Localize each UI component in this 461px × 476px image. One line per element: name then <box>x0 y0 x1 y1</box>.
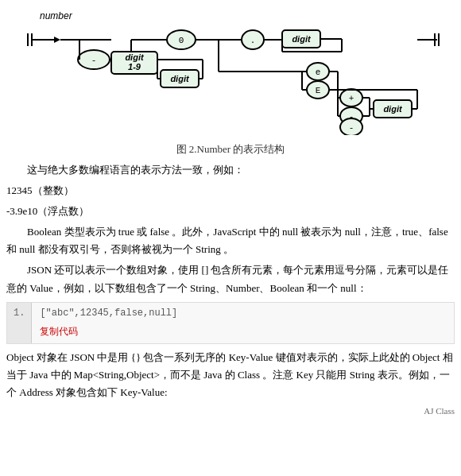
railroad-diagram: number - digit 1-9 0 digit <box>0 0 461 139</box>
text-line3: -3.9e10（浮点数） <box>6 205 89 217</box>
para-6: Object 对象在 JSON 中是用 {} 包含一系列无序的 Key-Valu… <box>6 349 455 401</box>
diagram-caption: 图 2.Number 的表示结构 <box>0 142 461 157</box>
svg-marker-1 <box>54 37 60 43</box>
svg-text:-: - <box>349 123 354 133</box>
copy-label: 复制代码 <box>40 326 78 337</box>
svg-text:1-9: 1-9 <box>128 62 141 72</box>
content-area: 这与绝大多数编程语言的表示方法一致，例如： 12345（整数） -3.9e10（… <box>0 161 461 297</box>
svg-text:-: - <box>91 56 97 65</box>
text-line1: 这与绝大多数编程语言的表示方法一致，例如： <box>27 164 244 176</box>
content-area-2: Object 对象在 JSON 中是用 {} 包含一系列无序的 Key-Valu… <box>0 349 461 401</box>
footer-label: AJ Class <box>424 406 455 416</box>
svg-text:E: E <box>316 86 321 95</box>
svg-text:digit: digit <box>170 74 190 83</box>
para-2: 12345（整数） <box>6 182 455 199</box>
para-3: -3.9e10（浮点数） <box>6 203 455 220</box>
svg-text:digit: digit <box>383 104 403 114</box>
diagram-title: number <box>40 10 73 21</box>
text-line2: 12345（整数） <box>6 184 74 196</box>
text-line6: Object 对象在 JSON 中是用 {} 包含一系列无序的 Key-Valu… <box>6 351 453 398</box>
line-number: 1. <box>7 303 32 343</box>
svg-text:digit: digit <box>125 52 145 62</box>
svg-text:0: 0 <box>179 36 184 45</box>
para-5: JSON 还可以表示一个数组对象，使用 [] 包含所有元素，每个元素用逗号分隔，… <box>6 261 455 296</box>
svg-text:.: . <box>250 36 256 45</box>
code-text: ["abc",12345,false,null] <box>40 308 177 319</box>
caption-text: 图 2.Number 的表示结构 <box>176 143 285 155</box>
footer: AJ Class <box>0 404 461 417</box>
para-1: 这与绝大多数编程语言的表示方法一致，例如： <box>6 161 455 179</box>
svg-text:e: e <box>316 68 321 77</box>
svg-text:+: + <box>349 94 354 103</box>
copy-button[interactable]: 复制代码 <box>32 323 454 343</box>
diagram-svg: number - digit 1-9 0 digit <box>8 8 453 135</box>
para-4: Boolean 类型表示为 true 或 false 。此外，JavaScrip… <box>6 223 455 258</box>
text-line5: JSON 还可以表示一个数组对象，使用 [] 包含所有元素，每个元素用逗号分隔，… <box>6 264 448 293</box>
text-line4: Boolean 类型表示为 true 或 false 。此外，JavaScrip… <box>6 226 448 255</box>
line-num-text: 1. <box>14 308 25 319</box>
svg-text:digit: digit <box>292 34 312 44</box>
code-content: ["abc",12345,false,null] <box>32 303 454 323</box>
code-block: 1. ["abc",12345,false,null] 复制代码 <box>6 302 455 344</box>
